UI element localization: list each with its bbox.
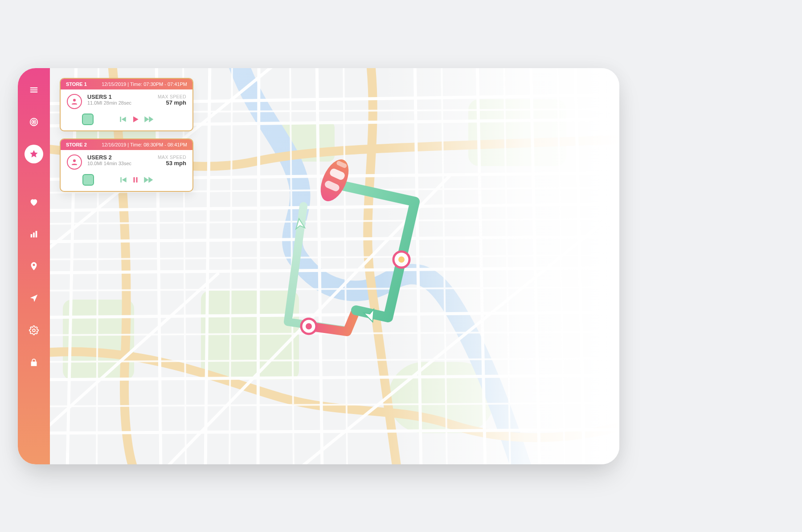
route-cards: STORE 1 12/15/2019 | Time: 07:30PM - 07:… — [60, 78, 193, 192]
max-speed-value: 53 mph — [158, 160, 186, 167]
svg-point-29 — [73, 99, 76, 102]
svg-rect-30 — [120, 117, 121, 122]
stop-button[interactable] — [82, 174, 94, 186]
bar-chart-icon[interactable] — [25, 225, 43, 244]
card-header: STORE 1 12/15/2019 | Time: 07:30PM - 07:… — [61, 79, 192, 89]
sidebar — [18, 68, 50, 464]
user-subtext: 10.0MI 14min 33sec — [87, 161, 131, 166]
pause-button[interactable] — [131, 175, 139, 184]
svg-marker-33 — [144, 116, 149, 122]
user-subtext: 11.0MI 28min 28sec — [87, 100, 131, 106]
max-speed-label: MAX SPEED — [158, 154, 186, 160]
heart-icon[interactable] — [25, 193, 43, 211]
app-frame: STORE 1 12/15/2019 | Time: 07:30PM - 07:… — [18, 68, 619, 464]
star-icon[interactable] — [25, 145, 43, 163]
user-name: USERS 2 — [87, 154, 131, 161]
route-card[interactable]: STORE 2 12/16/2019 | Time: 08:30PM - 08:… — [60, 138, 193, 192]
store-label: STORE 1 — [66, 81, 87, 87]
svg-rect-39 — [136, 177, 138, 183]
svg-marker-32 — [133, 116, 139, 122]
store-label: STORE 2 — [66, 142, 87, 147]
max-speed-value: 57 mph — [158, 99, 186, 106]
user-name: USERS 1 — [87, 94, 131, 100]
navigation-icon[interactable] — [25, 289, 43, 308]
user-avatar-icon — [67, 94, 82, 109]
play-controls — [61, 171, 192, 191]
stop-button[interactable] — [82, 114, 94, 125]
card-datetime: 12/16/2019 | Time: 08:30PM - 08:41PM — [102, 142, 187, 147]
waypoint-marker — [393, 252, 409, 268]
svg-point-21 — [398, 256, 405, 263]
svg-point-35 — [73, 159, 76, 162]
svg-marker-41 — [148, 177, 153, 183]
play-controls — [61, 111, 192, 130]
map-area[interactable]: STORE 1 12/15/2019 | Time: 07:30PM - 07:… — [50, 68, 619, 464]
lock-icon[interactable] — [25, 353, 43, 372]
svg-rect-38 — [134, 177, 135, 183]
svg-point-24 — [306, 323, 312, 329]
card-datetime: 12/15/2019 | Time: 07:30PM - 07:41PM — [102, 81, 187, 87]
svg-point-25 — [315, 155, 354, 205]
svg-marker-40 — [144, 177, 148, 183]
svg-marker-37 — [122, 177, 127, 183]
card-header: STORE 2 12/16/2019 | Time: 08:30PM - 08:… — [61, 139, 192, 150]
target-icon[interactable] — [25, 113, 43, 131]
gear-icon[interactable] — [25, 321, 43, 340]
route-card[interactable]: STORE 1 12/15/2019 | Time: 07:30PM - 07:… — [60, 78, 193, 131]
previous-button[interactable] — [119, 115, 127, 124]
play-button[interactable] — [131, 115, 140, 124]
svg-point-5 — [33, 121, 35, 122]
svg-rect-7 — [33, 232, 35, 237]
svg-rect-8 — [36, 231, 37, 237]
start-marker — [301, 319, 316, 334]
svg-point-9 — [33, 329, 35, 332]
svg-rect-6 — [31, 234, 33, 237]
previous-button[interactable] — [119, 175, 128, 184]
fast-forward-button[interactable] — [143, 175, 155, 184]
user-avatar-icon — [67, 154, 82, 170]
svg-marker-31 — [122, 117, 126, 122]
menu-icon[interactable] — [25, 81, 43, 99]
fast-forward-button[interactable] — [143, 115, 156, 124]
max-speed-label: MAX SPEED — [158, 94, 186, 99]
vehicle-icon — [315, 155, 354, 205]
svg-rect-36 — [120, 177, 122, 183]
pin-icon[interactable] — [25, 257, 43, 276]
svg-marker-34 — [149, 116, 153, 122]
